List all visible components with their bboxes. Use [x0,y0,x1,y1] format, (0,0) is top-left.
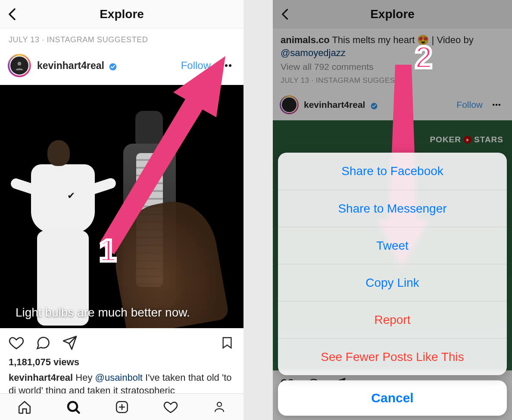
post-media[interactable]: ✔ Light bulbs are much better now. [0,85,244,328]
person-icon [14,60,25,71]
chevron-left-icon [8,8,17,20]
suggested-label: JULY 13 · INSTAGRAM SUGGESTED [0,28,244,50]
heart-outline-icon [163,400,178,414]
comment-icon [35,335,51,351]
post-header: kevinhart4real Follow [0,50,244,85]
tab-profile[interactable] [209,397,230,417]
more-horizontal-icon [221,64,232,67]
back-button[interactable] [6,8,19,21]
action-sheet: Share to Facebook Share to Messenger Twe… [278,153,507,416]
plus-square-icon [115,400,129,414]
post-actions [0,328,244,355]
bookmark-icon [220,335,234,351]
tab-new-post[interactable] [112,397,132,417]
svg-point-2 [221,64,224,67]
share-messenger-option[interactable]: Share to Messenger [278,190,507,227]
avatar-story-ring[interactable] [8,54,31,77]
bottom-tab-bar [0,393,244,420]
action-sheet-options: Share to Facebook Share to Messenger Twe… [278,153,507,375]
video-caption-overlay: Light bulbs are much better now. [16,306,190,320]
explore-header: Explore [0,0,244,28]
fewer-posts-option[interactable]: See Fewer Posts Like This [278,338,507,375]
follow-button[interactable]: Follow [181,60,211,72]
screenshot-step-1: Explore JULY 13 · INSTAGRAM SUGGESTED ke… [0,0,244,420]
username: kevinhart4real [37,60,104,71]
home-icon [17,400,32,414]
svg-point-0 [18,62,22,66]
person-figure: ✔ [16,121,110,328]
like-button[interactable] [8,334,25,351]
cancel-button[interactable]: Cancel [278,380,507,416]
tab-home[interactable] [14,397,35,417]
screenshot-step-2: Explore animals.co This melts my heart 😍… [273,0,512,420]
profile-icon [213,400,226,414]
more-options-button[interactable] [217,64,236,67]
caption-mention: @usainbolt [95,372,143,383]
views-count[interactable]: 1,181,075 views [0,355,244,370]
username-row[interactable]: kevinhart4real [37,60,117,72]
screenshot-gap [244,0,273,420]
svg-point-4 [229,64,231,67]
tab-search[interactable] [63,397,84,417]
send-icon [62,335,78,351]
search-icon [66,399,81,415]
share-facebook-option[interactable]: Share to Facebook [278,153,507,190]
caption-username: kevinhart4real [9,372,73,383]
copy-link-option[interactable]: Copy Link [278,264,507,301]
report-option[interactable]: Report [278,301,507,338]
share-button[interactable] [61,334,78,351]
svg-point-7 [217,402,222,406]
verified-badge-icon [109,63,117,71]
comment-button[interactable] [34,334,52,351]
tweet-option[interactable]: Tweet [278,227,507,264]
tab-activity[interactable] [160,397,181,417]
save-button[interactable] [219,334,236,351]
header-title: Explore [100,7,144,21]
svg-point-3 [225,64,228,67]
avatar [9,56,29,75]
heart-icon [9,335,24,351]
